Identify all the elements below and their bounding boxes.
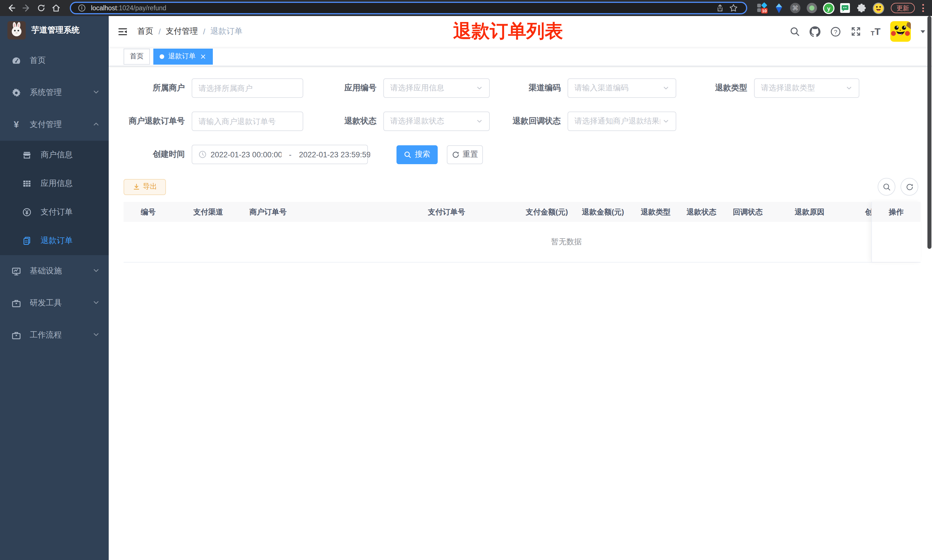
create-time-range-picker[interactable]: 2022-01-23 00:00:00 - 2022-01-23 23:59:5… — [192, 145, 368, 164]
kite-extension-icon[interactable] — [773, 2, 784, 14]
command-extension-icon[interactable]: ⌘ — [789, 2, 801, 14]
url-path: :1024/pay/refund — [117, 5, 166, 11]
merchant-input[interactable] — [192, 78, 303, 98]
breadcrumb-separator: / — [158, 27, 161, 36]
merchant-input-field[interactable] — [198, 84, 296, 92]
sidebar-item-workflow[interactable]: 工作流程 — [0, 319, 109, 351]
refund-status-select[interactable]: 请选择退款状态 — [383, 112, 490, 131]
refresh-button[interactable] — [901, 178, 918, 195]
app-logo[interactable]: 芋道管理系统 — [0, 16, 109, 45]
refund-status-label: 退款状态 — [303, 116, 383, 126]
column-header-refund-status: 退款状态 — [681, 207, 727, 217]
chevron-up-icon — [93, 120, 100, 129]
merchant-refund-no-input-field[interactable] — [198, 117, 296, 126]
document-icon — [22, 236, 31, 245]
sidebar-item-label: 研发工具 — [30, 298, 62, 308]
app-select-placeholder: 请选择应用信息 — [390, 83, 474, 93]
sidebar-item-label: 基础设施 — [30, 266, 62, 276]
tag-label: 首页 — [130, 51, 144, 61]
chevron-down-icon — [476, 85, 483, 92]
search-button-label: 搜索 — [415, 149, 430, 160]
help-icon[interactable]: ? — [830, 26, 841, 37]
chevron-down-icon — [663, 85, 669, 92]
app-select[interactable]: 请选择应用信息 — [383, 78, 490, 98]
y-extension-icon[interactable]: y — [823, 2, 834, 14]
refund-type-select[interactable]: 请选择退款类型 — [754, 78, 859, 98]
chevron-down-icon — [93, 88, 100, 97]
site-info-icon[interactable] — [77, 3, 87, 13]
sidebar-item-label: 工作流程 — [30, 330, 62, 340]
export-button-label: 导出 — [143, 182, 157, 192]
refund-type-label: 退款类型 — [676, 83, 754, 93]
sidebar-item-infra[interactable]: 基础设施 — [0, 255, 109, 287]
column-header-id: 编号 — [124, 207, 188, 217]
toolbox-icon — [11, 298, 21, 308]
export-button[interactable]: 导出 — [124, 179, 166, 195]
start-date-value[interactable]: 2022-01-23 00:00:00 — [211, 150, 281, 159]
sidebar-collapse-icon[interactable] — [117, 26, 128, 37]
chevron-down-icon — [93, 298, 100, 308]
sidebar-item-label: 商户信息 — [41, 150, 73, 160]
breadcrumb-current: 退款订单 — [211, 26, 243, 37]
breadcrumb-separator: / — [203, 27, 205, 36]
sidebar-item-pay[interactable]: ¥ 支付管理 — [0, 109, 109, 141]
channel-label: 渠道编码 — [490, 83, 568, 93]
bookmark-star-icon[interactable] — [727, 1, 740, 15]
app-label: 应用编号 — [303, 83, 383, 93]
font-size-icon[interactable]: TT — [871, 26, 881, 36]
home-icon[interactable] — [49, 1, 63, 15]
tag-refund-order[interactable]: 退款订单 — [153, 48, 213, 65]
reset-button[interactable]: 重置 — [447, 145, 483, 164]
user-avatar[interactable] — [890, 21, 911, 42]
date-range-separator: - — [289, 150, 292, 159]
back-icon[interactable] — [5, 1, 18, 15]
tags-view: 首页 退款订单 — [109, 47, 932, 66]
merchant-refund-no-input[interactable] — [192, 112, 303, 131]
table-fixed-action-column: 操作 — [871, 202, 921, 262]
url-bar[interactable]: localhost:1024/pay/refund — [70, 2, 747, 14]
sidebar-item-merchant-info[interactable]: 商户信息 — [0, 141, 109, 169]
notify-status-select[interactable]: 请选择通知商户退款结果的 — [568, 112, 676, 131]
tab-manager-extension-icon[interactable]: 10 — [757, 2, 768, 14]
tag-home[interactable]: 首页 — [124, 48, 150, 65]
close-icon[interactable] — [200, 53, 206, 60]
refund-status-select-placeholder: 请选择退款状态 — [390, 116, 474, 126]
green-dot-extension-icon[interactable] — [806, 2, 818, 14]
screen: localhost:1024/pay/refund 10 — [0, 0, 932, 560]
browser-menu-icon[interactable] — [918, 2, 927, 14]
channel-select[interactable]: 请输入渠道编码 — [568, 78, 676, 98]
github-icon[interactable] — [810, 26, 820, 37]
refund-type-select-placeholder: 请选择退款类型 — [761, 83, 843, 93]
browser-update-button[interactable]: 更新 — [891, 3, 915, 13]
search-button[interactable]: 搜索 — [397, 145, 438, 164]
emoji-extension-icon[interactable] — [872, 2, 884, 14]
extensions-puzzle-icon[interactable] — [856, 2, 867, 14]
breadcrumb-home[interactable]: 首页 — [137, 26, 153, 37]
sidebar-item-pay-order[interactable]: 支付订单 — [0, 198, 109, 226]
chat-extension-icon[interactable] — [839, 2, 851, 14]
chevron-down-icon — [663, 118, 669, 125]
column-header-refund-amount: 退款金额(元) — [576, 207, 635, 217]
share-icon[interactable] — [713, 1, 727, 15]
shop-icon — [22, 151, 31, 160]
sidebar-item-app-info[interactable]: 应用信息 — [0, 169, 109, 198]
breadcrumb-pay[interactable]: 支付管理 — [166, 26, 198, 37]
page-scrollbar[interactable] — [927, 16, 931, 249]
search-icon[interactable] — [789, 26, 800, 37]
active-dot — [160, 54, 164, 58]
sidebar-item-refund-order[interactable]: 退款订单 — [0, 226, 109, 255]
reload-icon[interactable] — [34, 1, 48, 15]
avatar-caret-icon[interactable] — [921, 30, 925, 33]
table-empty-row: 暂无数据 — [124, 222, 921, 263]
fullscreen-icon[interactable] — [851, 26, 861, 37]
forward-icon[interactable] — [20, 1, 33, 15]
sidebar-item-system[interactable]: 系统管理 — [0, 77, 109, 109]
hide-search-button[interactable] — [878, 178, 895, 195]
sidebar-item-dev-tools[interactable]: 研发工具 — [0, 287, 109, 319]
extension-badge: 10 — [762, 8, 767, 13]
breadcrumb: 首页 / 支付管理 / 退款订单 — [137, 26, 243, 37]
sidebar-item-label: 应用信息 — [41, 178, 73, 189]
column-header-refund-reason: 退款原因 — [789, 207, 859, 217]
end-date-value[interactable]: 2022-01-23 23:59:59 — [299, 150, 370, 159]
sidebar-item-home[interactable]: 首页 — [0, 45, 109, 77]
